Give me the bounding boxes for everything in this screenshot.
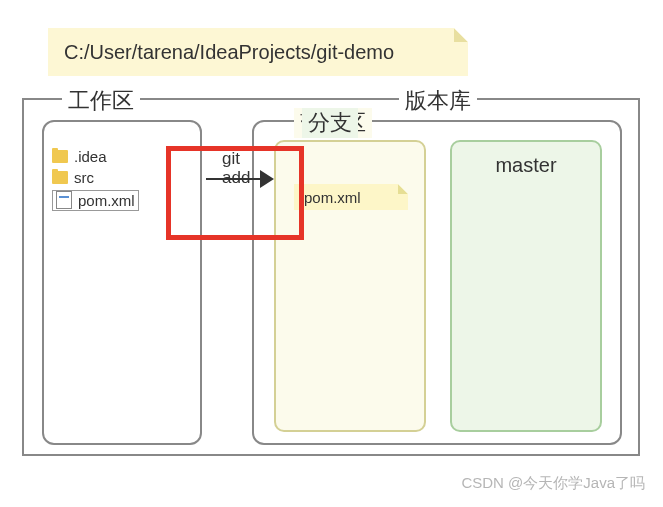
- note-fold-icon: [454, 28, 468, 42]
- file-list: .idea src pom.xml: [52, 148, 139, 215]
- xml-file-icon: [56, 191, 72, 209]
- branch-box: master: [450, 140, 602, 432]
- repo-title: 版本库: [399, 86, 477, 116]
- highlight-box: [166, 146, 304, 240]
- file-label: src: [74, 169, 94, 186]
- folder-icon: [52, 150, 68, 163]
- path-text: C:/User/tarena/IdeaProjects/git-demo: [64, 41, 394, 64]
- file-label: .idea: [74, 148, 107, 165]
- outer-container: .idea src pom.xml 工作区 pom.xml 暂存区 master…: [22, 98, 640, 456]
- branch-name: master: [452, 154, 600, 177]
- workspace-title: 工作区: [62, 86, 140, 116]
- file-item-idea: .idea: [52, 148, 139, 165]
- watermark: CSDN @今天你学Java了吗: [461, 474, 645, 493]
- folder-icon: [52, 171, 68, 184]
- path-note: C:/User/tarena/IdeaProjects/git-demo: [48, 28, 468, 76]
- branch-title: 分支: [302, 108, 358, 138]
- file-item-pom: pom.xml: [52, 190, 139, 211]
- file-item-src: src: [52, 169, 139, 186]
- repo-box: pom.xml 暂存区 master 分支: [252, 120, 622, 445]
- note-fold-icon: [398, 184, 408, 194]
- file-label: pom.xml: [78, 192, 135, 209]
- stage-file: pom.xml: [294, 184, 408, 210]
- stage-file-label: pom.xml: [304, 189, 361, 206]
